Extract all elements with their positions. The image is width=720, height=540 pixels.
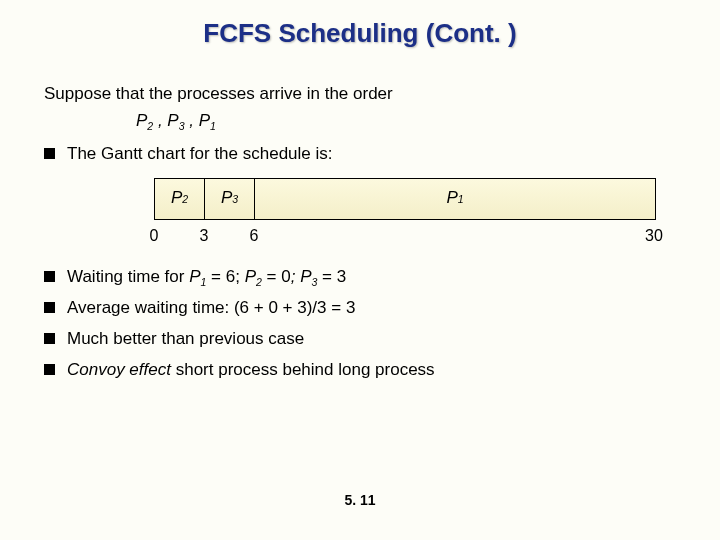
process-order: P2 , P3 , P1 [136,110,676,133]
bullet-icon [44,271,55,282]
bullet-text: Convoy effect short process behind long … [67,359,676,382]
bullet-icon [44,333,55,344]
gantt-segment: P1 [255,179,655,219]
bullet-icon [44,302,55,313]
gantt-tick: 30 [645,225,663,247]
bullet-text: Waiting time for P1 = 6; P2 = 0; P3 = 3 [67,266,676,289]
body: Suppose that the processes arrive in the… [44,83,676,382]
bullet-icon [44,364,55,375]
gantt-tick: 6 [250,225,259,247]
gantt-bar: P2P3P1 [154,178,656,220]
bullet-icon [44,148,55,159]
bullet-gantt-intro: The Gantt chart for the schedule is: [44,143,676,166]
page-title: FCFS Scheduling (Cont. ) [44,18,676,49]
page-number: 5. 11 [0,492,720,508]
bullet-convoy: Convoy effect short process behind long … [44,359,676,382]
slide: FCFS Scheduling (Cont. ) Suppose that th… [0,0,720,540]
bullet-average: Average waiting time: (6 + 0 + 3)/3 = 3 [44,297,676,320]
gantt-tick: 3 [200,225,209,247]
bullet-text: Much better than previous case [67,328,676,351]
bullet-waiting-times: Waiting time for P1 = 6; P2 = 0; P3 = 3 [44,266,676,289]
gantt-segment: P2 [155,179,205,219]
gantt-chart: P2P3P103630 [44,178,676,258]
bullet-text: Average waiting time: (6 + 0 + 3)/3 = 3 [67,297,676,320]
gantt-segment: P3 [205,179,255,219]
bullet-text: The Gantt chart for the schedule is: [67,143,676,166]
suppose-text: Suppose that the processes arrive in the… [44,83,676,106]
bullet-better: Much better than previous case [44,328,676,351]
gantt-tick: 0 [150,225,159,247]
